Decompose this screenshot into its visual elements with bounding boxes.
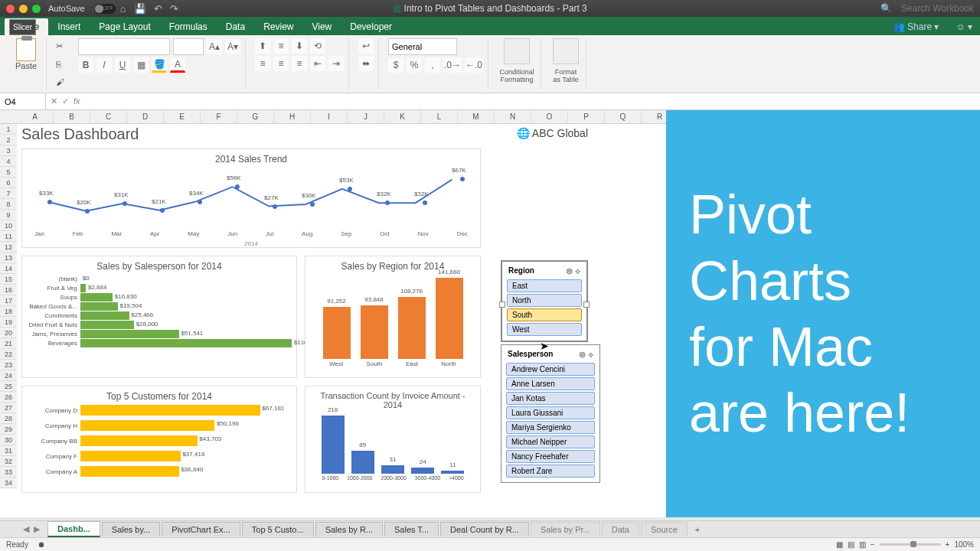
decrease-indent-icon[interactable]: ⇤ xyxy=(310,56,325,71)
slicer-salesperson[interactable]: Salesperson⊜ ⟡ Andrew CenciniAnne Larsen… xyxy=(501,344,600,483)
bold-button[interactable]: B xyxy=(78,57,93,73)
sheet-tab[interactable]: Deal Count by R... xyxy=(440,522,529,536)
align-left-icon[interactable]: ≡ xyxy=(255,56,270,71)
close-window-icon[interactable] xyxy=(6,5,15,13)
font-color-icon[interactable]: A xyxy=(170,57,185,73)
sheet-tab[interactable]: Source xyxy=(641,522,688,536)
zoom-in-icon[interactable]: + xyxy=(946,540,950,549)
increase-indent-icon[interactable]: ⇥ xyxy=(328,56,344,71)
clear-filter-icon[interactable]: ⟡ xyxy=(575,266,580,276)
zoom-out-icon[interactable]: − xyxy=(871,540,875,549)
underline-button[interactable]: U xyxy=(115,57,130,73)
percent-icon[interactable]: % xyxy=(407,57,422,73)
chart-transaction-count[interactable]: Transaction Count by Invoice Amount - 20… xyxy=(305,386,481,493)
slicer-item[interactable]: Andrew Cencini xyxy=(506,363,595,376)
format-as-table-icon[interactable] xyxy=(553,38,579,64)
slicer-region[interactable]: Region⊜ ⟡ EastNorthSouthWest xyxy=(501,260,588,342)
cancel-formula-icon[interactable]: ✕ xyxy=(51,96,57,106)
clear-filter-icon[interactable]: ⟡ xyxy=(588,350,593,359)
save-icon[interactable]: 💾 xyxy=(134,3,146,15)
tab-developer[interactable]: Developer xyxy=(341,18,401,35)
page-layout-icon[interactable]: ▤ xyxy=(848,540,854,549)
slicer-item[interactable]: Jan Kotas xyxy=(506,392,595,405)
slicer-item[interactable]: North xyxy=(507,294,582,307)
maximize-window-icon[interactable] xyxy=(32,5,41,13)
sheet-tab[interactable]: Top 5 Custo... xyxy=(242,522,314,536)
macro-record-icon[interactable]: ⏺ xyxy=(38,540,45,549)
zoom-value[interactable]: 100% xyxy=(954,540,974,549)
sheet-tab[interactable]: Sales T... xyxy=(384,522,439,536)
font-size-input[interactable] xyxy=(173,38,204,55)
slicer-item[interactable]: Robert Zare xyxy=(506,465,595,478)
search-placeholder[interactable]: Search Workbook xyxy=(901,3,974,14)
align-right-icon[interactable]: ≡ xyxy=(292,56,307,71)
conditional-formatting-icon[interactable] xyxy=(504,38,530,64)
normal-view-icon[interactable]: ▦ xyxy=(836,540,843,549)
multi-select-icon[interactable]: ⊜ xyxy=(579,350,586,359)
format-painter-icon[interactable]: 🖌 xyxy=(56,77,64,86)
wrap-text-icon[interactable]: ↩ xyxy=(358,38,374,54)
merge-icon[interactable]: ⬌ xyxy=(358,56,374,71)
chart-sales-trend[interactable]: 2014 Sales Trend $33K$20K$31K$21K$34K$56… xyxy=(21,148,481,248)
home-icon[interactable]: ⌂ xyxy=(120,3,126,15)
chart-salesperson[interactable]: Sales by Salesperson for 2014 (blank)$0F… xyxy=(21,256,297,378)
sheet-tab[interactable]: Sales by Pr... xyxy=(531,522,600,536)
border-icon[interactable]: ▦ xyxy=(133,57,149,73)
slicer-item[interactable]: Nancy Freehafer xyxy=(506,450,595,463)
currency-icon[interactable]: $ xyxy=(388,57,403,73)
chart-top5-customers[interactable]: Top 5 Customers for 2014 Company D$67,18… xyxy=(21,386,297,493)
tab-review[interactable]: Review xyxy=(254,18,302,35)
sheet-tab[interactable]: PivotChart Ex... xyxy=(162,522,240,536)
zoom-slider[interactable] xyxy=(880,543,941,546)
first-sheet-icon[interactable]: ◀ xyxy=(23,524,29,534)
worksheet[interactable]: ABCDEFGHIJKLMNOPQRSTUVW 1234567891011121… xyxy=(0,110,980,517)
slicer-item[interactable]: Laura Giussani xyxy=(506,406,595,419)
sheet-tab[interactable]: Data xyxy=(602,522,639,536)
slicer-item[interactable]: South xyxy=(507,308,582,321)
undo-icon[interactable]: ↶ xyxy=(154,3,162,15)
tab-insert[interactable]: Insert xyxy=(48,18,90,35)
align-middle-icon[interactable]: ≡ xyxy=(273,38,289,54)
italic-button[interactable]: I xyxy=(96,57,112,73)
fill-color-icon[interactable]: 🪣 xyxy=(152,57,167,73)
minimize-window-icon[interactable] xyxy=(19,5,28,13)
orientation-icon[interactable]: ⟲ xyxy=(310,38,325,54)
page-break-icon[interactable]: ▥ xyxy=(859,540,866,549)
feedback-icon[interactable]: ☺ ▾ xyxy=(948,18,980,35)
align-center-icon[interactable]: ≡ xyxy=(273,56,289,71)
slicer-item[interactable]: East xyxy=(507,279,582,292)
name-box[interactable]: O4 xyxy=(0,93,46,109)
sheet-tab-dashboard[interactable]: Dashb... xyxy=(47,521,100,537)
number-format-select[interactable] xyxy=(388,38,457,55)
slicer-item[interactable]: Michael Neipper xyxy=(506,435,595,448)
comma-icon[interactable]: , xyxy=(425,57,440,73)
sheet-tab[interactable]: Sales by... xyxy=(102,522,161,536)
tab-slicer[interactable]: Slicer xyxy=(9,19,36,35)
tab-data[interactable]: Data xyxy=(217,18,254,35)
slicer-item[interactable]: Anne Larsen xyxy=(506,377,595,390)
share-button[interactable]: 👥 Share ▾ xyxy=(884,18,949,35)
slicer-item[interactable]: Mariya Sergienko xyxy=(506,421,595,434)
tab-formulas[interactable]: Formulas xyxy=(160,18,217,35)
increase-font-icon[interactable]: A▴ xyxy=(207,39,222,54)
decrease-decimal-icon[interactable]: ←.0 xyxy=(465,57,483,73)
increase-decimal-icon[interactable]: .0→ xyxy=(443,57,462,73)
decrease-font-icon[interactable]: A▾ xyxy=(225,39,240,54)
tab-page-layout[interactable]: Page Layout xyxy=(90,18,159,35)
font-name-input[interactable] xyxy=(78,38,170,55)
add-sheet-icon[interactable]: + xyxy=(689,523,706,536)
align-top-icon[interactable]: ⬆ xyxy=(255,38,270,54)
chart-region[interactable]: Sales by Region for 2014 91,25293,848108… xyxy=(305,256,481,378)
cut-icon[interactable]: ✂ xyxy=(56,41,64,51)
enter-formula-icon[interactable]: ✓ xyxy=(62,96,69,106)
align-bottom-icon[interactable]: ⬇ xyxy=(292,38,307,54)
sheet-tab[interactable]: Sales by R... xyxy=(315,522,383,536)
paste-button[interactable]: Paste xyxy=(11,38,41,70)
search-icon[interactable]: 🔍 xyxy=(880,3,892,14)
autosave-toggle[interactable] xyxy=(94,4,116,14)
slicer-item[interactable]: West xyxy=(507,323,582,336)
tab-view[interactable]: View xyxy=(302,18,341,35)
redo-icon[interactable]: ↷ xyxy=(170,3,178,15)
fx-icon[interactable]: fx xyxy=(74,96,80,106)
copy-icon[interactable]: ⎘ xyxy=(56,60,64,69)
